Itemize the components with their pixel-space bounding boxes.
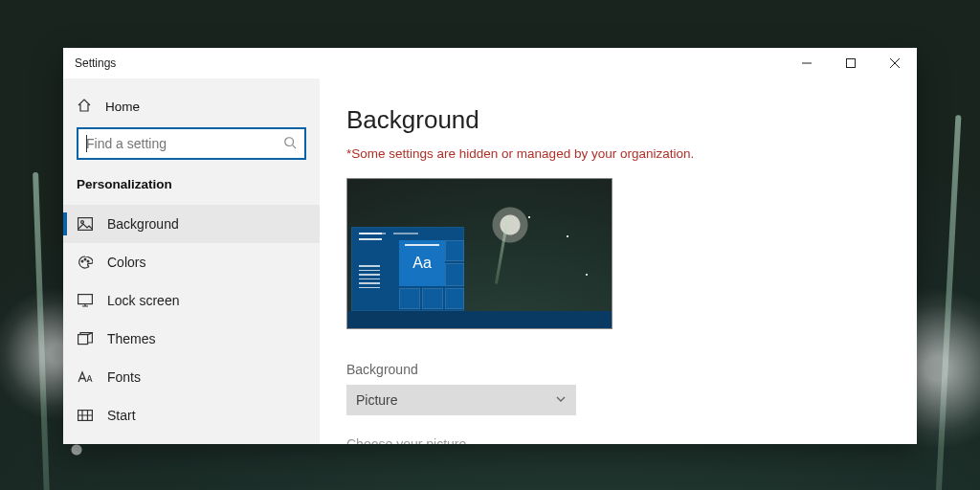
section-heading: Personalization: [63, 171, 320, 205]
home-link[interactable]: Home: [63, 92, 320, 127]
chevron-down-icon: [555, 392, 567, 408]
sidebar: Home Personalization: [63, 78, 320, 444]
svg-point-6: [87, 260, 89, 262]
font-icon: [77, 370, 94, 384]
window-controls: [785, 48, 917, 78]
svg-point-1: [285, 137, 294, 145]
palette-icon: [77, 255, 94, 270]
sidebar-item-lock-screen[interactable]: Lock screen: [63, 281, 320, 320]
svg-rect-0: [847, 59, 856, 68]
titlebar: Settings: [63, 48, 917, 78]
svg-point-5: [84, 258, 86, 260]
sidebar-item-label: Themes: [107, 331, 156, 346]
svg-rect-8: [78, 335, 88, 345]
preview-sample-tile: Aa: [399, 240, 445, 286]
background-field-label: Background: [346, 362, 917, 377]
sidebar-item-colors[interactable]: Colors: [63, 243, 320, 281]
search-icon: [283, 136, 297, 152]
sidebar-item-label: Lock screen: [107, 293, 179, 308]
policy-warning: *Some settings are hidden or managed by …: [346, 146, 917, 161]
nav-list: Background Colors Lock s: [63, 205, 320, 434]
background-type-dropdown[interactable]: Picture: [346, 385, 576, 415]
desktop-wallpaper: Settings Home: [0, 0, 980, 490]
svg-point-4: [81, 260, 83, 262]
picture-icon: [77, 217, 94, 231]
desktop-preview: Aa: [346, 178, 612, 329]
sidebar-item-background[interactable]: Background: [63, 205, 320, 243]
settings-window: Settings Home: [63, 48, 917, 444]
home-icon: [77, 98, 92, 116]
sidebar-item-themes[interactable]: Themes: [63, 320, 320, 358]
sidebar-item-label: Colors: [107, 255, 145, 270]
sidebar-item-label: Start: [107, 408, 136, 423]
svg-point-3: [81, 221, 84, 224]
text-caret: [86, 135, 87, 152]
search-input[interactable]: [77, 127, 306, 160]
minimize-button[interactable]: [785, 48, 829, 78]
theme-icon: [77, 332, 94, 345]
dropdown-value: Picture: [356, 392, 398, 408]
monitor-icon: [77, 294, 94, 307]
main-panel: Background *Some settings are hidden or …: [320, 78, 917, 444]
search-field[interactable]: [86, 136, 283, 151]
close-button[interactable]: [873, 48, 917, 78]
sidebar-item-label: Fonts: [107, 369, 141, 385]
maximize-button[interactable]: [829, 48, 873, 78]
home-label: Home: [105, 100, 140, 114]
choose-picture-label: Choose your picture: [346, 436, 917, 444]
start-grid-icon: [77, 410, 94, 421]
svg-rect-2: [78, 218, 93, 231]
sidebar-item-label: Background: [107, 216, 179, 232]
sidebar-item-fonts[interactable]: Fonts: [63, 358, 320, 396]
svg-rect-7: [78, 295, 93, 304]
page-heading: Background: [346, 105, 917, 135]
sidebar-item-start[interactable]: Start: [63, 396, 320, 434]
window-title: Settings: [75, 56, 116, 70]
